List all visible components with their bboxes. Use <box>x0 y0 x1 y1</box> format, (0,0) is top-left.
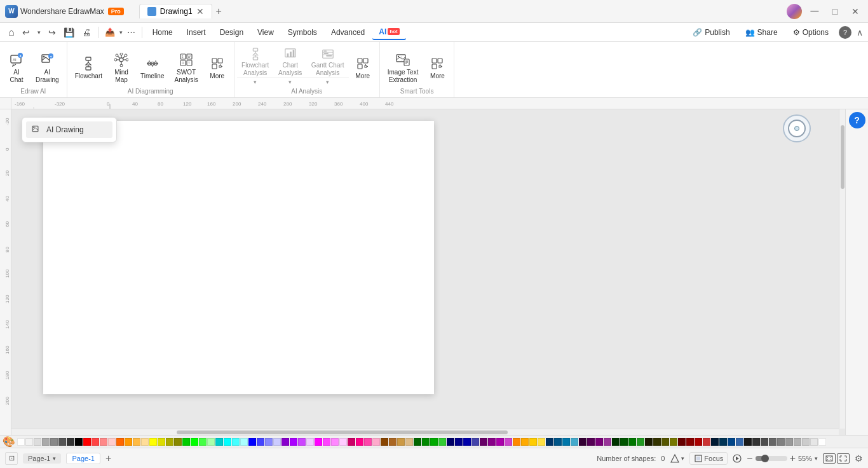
tab-close-button[interactable]: ✕ <box>196 7 204 16</box>
color-swatch[interactable] <box>480 438 487 446</box>
ai-chat-button[interactable]: AI ✦ AIChat <box>3 50 31 86</box>
color-swatch[interactable] <box>348 438 355 446</box>
color-swatch[interactable] <box>414 438 421 446</box>
zoom-slider[interactable] <box>756 456 787 461</box>
color-swatch[interactable] <box>323 438 330 446</box>
menu-design[interactable]: Design <box>214 25 250 39</box>
color-swatch[interactable] <box>108 438 116 446</box>
color-swatch[interactable] <box>248 438 256 446</box>
minimize-button[interactable]: ─ <box>807 4 822 19</box>
color-swatch[interactable] <box>315 438 322 446</box>
color-swatch[interactable] <box>273 438 281 446</box>
publish-button[interactable]: 🔗 Publish <box>688 27 735 38</box>
color-swatch[interactable] <box>529 438 537 446</box>
color-swatch[interactable] <box>133 438 140 446</box>
color-swatch[interactable] <box>645 438 653 446</box>
redo-button[interactable]: ↪ <box>45 25 59 39</box>
menu-insert[interactable]: Insert <box>180 25 212 39</box>
ai-drawing-tooltip-item[interactable]: AI Drawing <box>26 121 112 138</box>
share-button[interactable]: 👥 Share <box>740 27 783 38</box>
color-swatch[interactable] <box>364 438 372 446</box>
color-swatch[interactable] <box>802 438 810 446</box>
color-swatch[interactable] <box>794 438 801 446</box>
print-button[interactable]: 🖨 <box>79 25 94 39</box>
color-swatch[interactable] <box>372 438 380 446</box>
color-swatch[interactable] <box>298 438 306 446</box>
color-swatch[interactable] <box>447 438 454 446</box>
color-swatch[interactable] <box>339 438 347 446</box>
options-button[interactable]: ⚙ Options <box>788 27 834 38</box>
play-button[interactable] <box>733 454 742 463</box>
color-swatch[interactable] <box>215 438 223 446</box>
save-button[interactable]: 💾 <box>60 25 78 39</box>
color-swatch[interactable] <box>58 438 66 446</box>
color-swatch[interactable] <box>257 438 264 446</box>
more-actions-button[interactable]: ⋯ <box>125 26 138 38</box>
color-swatch[interactable] <box>42 438 50 446</box>
floating-help-button[interactable]: ? <box>849 112 865 128</box>
zoom-slider-thumb[interactable] <box>761 455 769 462</box>
color-swatch[interactable] <box>719 438 727 446</box>
color-swatch[interactable] <box>306 438 314 446</box>
color-swatch[interactable] <box>240 438 248 446</box>
scrollbar-vertical-thumb[interactable] <box>841 125 844 189</box>
color-swatch[interactable] <box>777 438 785 446</box>
mind-map-button[interactable]: MindMap <box>107 50 135 86</box>
color-swatch[interactable] <box>579 438 587 446</box>
color-swatch[interactable] <box>405 438 413 446</box>
undo-button[interactable]: ↩ <box>19 25 33 39</box>
home-icon[interactable]: ⌂ <box>5 25 18 40</box>
color-swatch[interactable] <box>166 438 173 446</box>
color-swatch[interactable] <box>670 438 677 446</box>
color-swatch[interactable] <box>191 438 198 446</box>
close-button[interactable]: ✕ <box>848 4 863 19</box>
color-swatch[interactable] <box>761 438 768 446</box>
menu-ai[interactable]: AI hot <box>372 25 405 40</box>
color-swatch[interactable] <box>471 438 479 446</box>
fill-color-icon[interactable]: 🎨 <box>3 436 15 448</box>
color-swatch[interactable] <box>265 438 273 446</box>
color-swatch[interactable] <box>422 438 430 446</box>
color-swatch[interactable] <box>463 438 471 446</box>
color-swatch[interactable] <box>92 438 99 446</box>
focus-button[interactable]: Focus <box>689 452 728 465</box>
settings-gear-button[interactable]: ⚙ <box>855 453 863 464</box>
color-swatch[interactable] <box>554 438 562 446</box>
color-swatch[interactable] <box>438 438 446 446</box>
flowchart-button[interactable]: Flowchart <box>70 50 107 86</box>
more-analysis-button[interactable]: More <box>349 50 377 86</box>
menu-symbols[interactable]: Symbols <box>281 25 323 39</box>
color-swatch[interactable] <box>149 438 157 446</box>
zoom-in-button[interactable]: + <box>790 453 796 464</box>
menu-advanced[interactable]: Advanced <box>325 25 371 39</box>
color-swatch[interactable] <box>604 438 611 446</box>
color-swatch[interactable] <box>100 438 107 446</box>
fit-page-button[interactable] <box>823 453 836 464</box>
color-swatch[interactable] <box>785 438 793 446</box>
swot-button[interactable]: S W O T SWOTAnalysis <box>169 50 203 86</box>
scrollbar-vertical[interactable] <box>839 109 845 429</box>
color-swatch[interactable] <box>628 438 636 446</box>
color-swatch[interactable] <box>521 438 529 446</box>
help-button[interactable]: ? <box>839 26 851 39</box>
color-swatch[interactable] <box>17 438 25 446</box>
color-swatch[interactable] <box>752 438 760 446</box>
add-page-button[interactable]: + <box>105 453 111 464</box>
color-swatch[interactable] <box>661 438 669 446</box>
color-swatch[interactable] <box>637 438 644 446</box>
color-swatch[interactable] <box>505 438 512 446</box>
color-swatch[interactable] <box>744 438 752 446</box>
color-swatch[interactable] <box>67 438 74 446</box>
canvas-area[interactable]: AI Drawing <box>11 109 845 435</box>
color-swatch[interactable] <box>83 438 91 446</box>
color-swatch[interactable] <box>381 438 388 446</box>
color-swatch[interactable] <box>546 438 553 446</box>
color-swatch[interactable] <box>810 438 818 446</box>
color-swatch[interactable] <box>686 438 694 446</box>
color-swatch[interactable] <box>496 438 504 446</box>
color-swatch[interactable] <box>116 438 124 446</box>
color-swatch[interactable] <box>50 438 58 446</box>
ai-drawing-button[interactable]: ✦ AIDrawing <box>31 50 64 86</box>
color-swatch[interactable] <box>703 438 710 446</box>
color-swatch[interactable] <box>711 438 719 446</box>
